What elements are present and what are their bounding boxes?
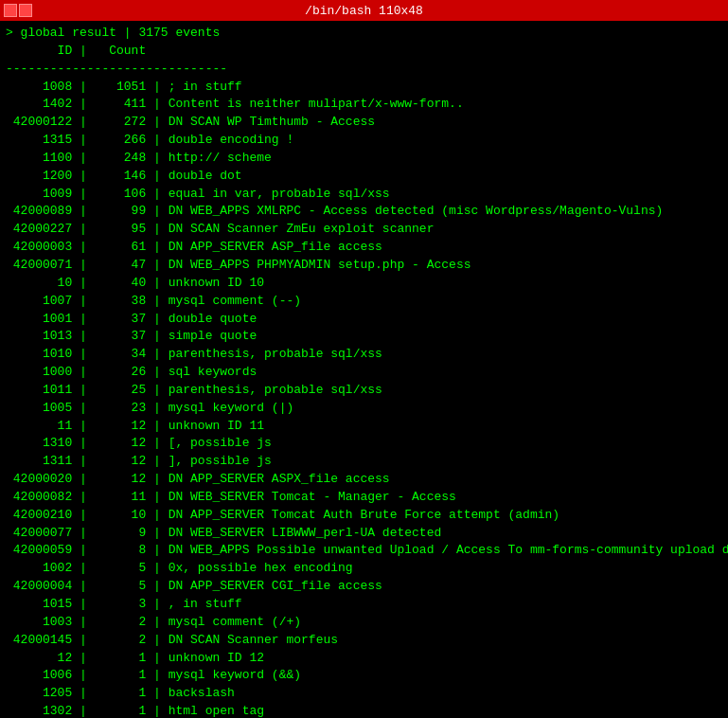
terminal-line: 1010 | 34 | parenthesis, probable sql/xs…	[6, 346, 722, 364]
terminal-line: 1200 | 146 | double dot	[6, 168, 722, 186]
terminal-line: 42000020 | 12 | DN APP_SERVER ASPX_file …	[6, 471, 722, 489]
terminal-line: 1100 | 248 | http:// scheme	[6, 150, 722, 168]
terminal-line: 1009 | 106 | equal in var, probable sql/…	[6, 186, 722, 204]
title-bar-icons	[4, 4, 32, 17]
terminal-line: 1000 | 26 | sql keywords	[6, 364, 722, 382]
terminal-line: ------------------------------	[6, 61, 722, 79]
terminal-line: 1302 | 1 | html open tag	[6, 703, 722, 718]
window-title: /bin/bash 110x48	[305, 4, 423, 18]
terminal-line: 1011 | 25 | parenthesis, probable sql/xs…	[6, 382, 722, 400]
terminal-line: 1205 | 1 | backslash	[6, 685, 722, 703]
terminal-line: 1008 | 1051 | ; in stuff	[6, 79, 722, 97]
terminal-line: 1003 | 2 | mysql comment (/+)	[6, 614, 722, 632]
terminal-line: 1005 | 23 | mysql keyword (|)	[6, 400, 722, 418]
terminal-line: 1015 | 3 | , in stuff	[6, 596, 722, 614]
terminal-line: 1311 | 12 | ], possible js	[6, 453, 722, 471]
terminal-line: 1002 | 5 | 0x, possible hex encoding	[6, 560, 722, 578]
terminal-line: 1310 | 12 | [, possible js	[6, 435, 722, 453]
terminal-line: ID | Count	[6, 43, 722, 61]
terminal-line: 42000089 | 99 | DN WEB_APPS XMLRPC - Acc…	[6, 203, 722, 221]
title-bar: /bin/bash 110x48	[0, 0, 728, 21]
terminal-line: 1001 | 37 | double quote	[6, 311, 722, 329]
terminal-line: 1007 | 38 | mysql comment (--)	[6, 293, 722, 311]
terminal-line: 10 | 40 | unknown ID 10	[6, 275, 722, 293]
terminal-output[interactable]: > global result | 3175 events ID | Count…	[0, 21, 728, 718]
terminal-line: 42000003 | 61 | DN APP_SERVER ASP_file a…	[6, 239, 722, 257]
terminal-line: 1315 | 266 | double encoding !	[6, 132, 722, 150]
terminal-line: 42000082 | 11 | DN WEB_SERVER Tomcat - M…	[6, 489, 722, 507]
terminal-line: 42000210 | 10 | DN APP_SERVER Tomcat Aut…	[6, 507, 722, 525]
terminal-line: 11 | 12 | unknown ID 11	[6, 418, 722, 436]
terminal-line: 1006 | 1 | mysql keyword (&&)	[6, 667, 722, 685]
terminal-line: 42000077 | 9 | DN WEB_SERVER LIBWWW_perl…	[6, 525, 722, 543]
terminal-line: 12 | 1 | unknown ID 12	[6, 650, 722, 668]
terminal-line: 42000122 | 272 | DN SCAN WP Timthumb - A…	[6, 114, 722, 132]
terminal-line: 42000145 | 2 | DN SCAN Scanner morfeus	[6, 632, 722, 650]
window-icon-1	[4, 4, 17, 17]
terminal-line: 1013 | 37 | simple quote	[6, 328, 722, 346]
window-icon-2	[19, 4, 32, 17]
terminal-line: 42000071 | 47 | DN WEB_APPS PHPMYADMIN s…	[6, 257, 722, 275]
terminal-line: 42000227 | 95 | DN SCAN Scanner ZmEu exp…	[6, 221, 722, 239]
terminal-line: 42000059 | 8 | DN WEB_APPS Possible unwa…	[6, 542, 722, 560]
terminal-line: > global result | 3175 events	[6, 25, 722, 43]
terminal-line: 42000004 | 5 | DN APP_SERVER CGI_file ac…	[6, 578, 722, 596]
terminal-line: 1402 | 411 | Content is neither mulipart…	[6, 96, 722, 114]
